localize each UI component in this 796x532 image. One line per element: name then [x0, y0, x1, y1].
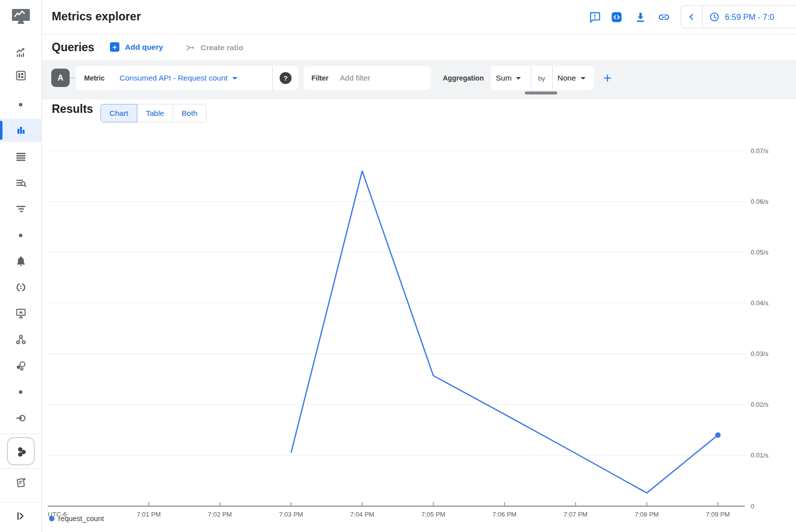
query-builder: A Metric Consumed API - Request count ? … [42, 61, 796, 99]
sidebar-item-services[interactable] [0, 328, 41, 351]
merge-arrow-icon [185, 42, 196, 53]
time-range-button[interactable]: 6:59 PM - 7:0 [702, 11, 774, 22]
sidebar-item-dashboards[interactable] [0, 64, 41, 87]
group-by-value: None [558, 74, 576, 83]
sidebar-item-logs[interactable] [0, 145, 41, 168]
download-icon[interactable] [634, 11, 647, 23]
integrations-arrow-ring-icon [15, 412, 27, 424]
time-range-picker: 6:59 PM - 7:0 [681, 5, 796, 28]
sidebar-item-logs-search[interactable] [0, 172, 41, 194]
y-axis-label: 0.03/s [751, 350, 769, 357]
aggregation-label: Aggregation [436, 66, 491, 90]
sidebar-expand-button[interactable] [0, 505, 41, 528]
alerting-bell-icon [15, 255, 27, 267]
metric-label: Metric [76, 74, 104, 82]
x-axis-tick-label: 7:01 PM [137, 511, 161, 518]
x-axis-tick-label: 7:04 PM [350, 511, 374, 518]
resize-drag-handle[interactable] [525, 91, 557, 94]
help-icon: ? [280, 72, 292, 84]
uptime-checks-icon [15, 281, 27, 293]
tab-both[interactable]: Both [173, 104, 206, 122]
metric-dropdown[interactable]: Consumed API - Request count [119, 74, 237, 83]
metrics-explorer-page: { "header": { "title": "Metrics explorer… [0, 0, 796, 532]
active-indicator-bar [0, 121, 2, 140]
sidebar [0, 0, 42, 532]
sidebar-dot-separator [19, 234, 22, 237]
dashboards-icon [15, 70, 27, 82]
sidebar-item-kubernetes[interactable] [7, 437, 35, 465]
sidebar-dot-separator [19, 390, 22, 394]
add-query-label: Add query [125, 43, 163, 52]
y-axis-label: 0.02/s [751, 401, 769, 408]
share-link-icon[interactable] [658, 11, 670, 23]
y-axis-label: 0.06/s [751, 198, 769, 205]
sidebar-section-divider [0, 468, 41, 469]
chevron-left-icon [687, 12, 696, 22]
logs-search-icon [15, 177, 27, 189]
legend-swatch [49, 516, 55, 522]
feedback-icon[interactable] [589, 11, 601, 23]
series-endpoint-dot [715, 433, 721, 438]
tab-chart[interactable]: Chart [100, 104, 137, 122]
sidebar-dot-separator [19, 103, 22, 106]
x-axis-tick-label: 7:05 PM [421, 511, 445, 518]
chart-svg: 0.07/s0.06/s0.05/s0.04/s0.03/s0.02/s0.01… [0, 124, 796, 532]
clock-icon [709, 11, 720, 22]
expand-nav-icon [15, 510, 27, 522]
results-view-toggle: Chart Table Both [100, 104, 206, 122]
time-range-back-button[interactable] [681, 6, 702, 28]
y-axis-label: 0.07/s [751, 147, 769, 155]
x-axis-tick-label: 7:02 PM [208, 511, 232, 518]
series-line [291, 171, 718, 493]
y-axis-label: 0.01/s [751, 451, 769, 459]
sidebar-item-metrics-explorer[interactable] [0, 119, 41, 142]
sidebar-section-divider [0, 502, 41, 503]
monitor-arrow-icon [15, 307, 27, 319]
by-label: by [531, 75, 552, 82]
y-axis-label: 0.04/s [751, 299, 769, 307]
x-axis-tick-label: 7:09 PM [706, 511, 730, 518]
services-topology-icon [15, 334, 27, 346]
sidebar-item-overview[interactable] [0, 41, 41, 64]
metrics-explorer-bars-icon [15, 124, 27, 136]
aggregation-dropdown[interactable]: Sum [496, 74, 521, 83]
connector-line [70, 78, 76, 79]
sidebar-item-dashboards-monitor[interactable] [0, 302, 41, 325]
sidebar-item-release-notes[interactable] [0, 471, 41, 494]
queries-bar: Queries + Add query Create ratio [42, 34, 796, 61]
sidebar-item-trace[interactable] [0, 197, 41, 220]
group-by-dropdown[interactable]: None [553, 74, 586, 83]
sidebar-item-groups[interactable] [0, 355, 41, 377]
filter-chip: Filter [303, 66, 431, 90]
queries-heading: Queries [52, 41, 95, 54]
y-axis-label: 0 [751, 503, 754, 510]
filter-input[interactable] [340, 74, 419, 83]
x-axis-tick-label: 7:06 PM [493, 511, 516, 518]
x-axis-tick-label: 7:03 PM [279, 511, 303, 518]
caret-down-icon [232, 77, 237, 80]
add-aggregation-button[interactable]: + [598, 66, 616, 90]
x-axis-tick-label: 7:08 PM [635, 511, 659, 518]
create-ratio-button[interactable]: Create ratio [185, 42, 243, 53]
trace-spans-icon [15, 203, 27, 215]
legend-label: request_count [58, 515, 104, 523]
groups-bubbles-icon [15, 360, 27, 372]
monitoring-logo[interactable] [0, 0, 41, 34]
monitoring-logo-icon [10, 6, 32, 27]
caret-down-icon [581, 77, 586, 80]
timeseries-chart[interactable]: 0.07/s0.06/s0.05/s0.04/s0.03/s0.02/s0.01… [0, 124, 796, 532]
caret-down-icon [516, 77, 521, 80]
sidebar-item-integrations[interactable] [0, 407, 41, 430]
page-title: Metrics explorer [52, 10, 141, 23]
aggregation-chip: Aggregation Sum by None [436, 66, 594, 90]
logs-list-icon [15, 151, 27, 163]
metric-help-button[interactable]: ? [273, 72, 298, 84]
add-query-button[interactable]: + Add query [110, 42, 163, 52]
code-editor-icon[interactable] [610, 11, 623, 23]
metric-value: Consumed API - Request count [119, 74, 227, 83]
query-letter-badge[interactable]: A [51, 69, 70, 87]
time-range-value: 6:59 PM - 7:0 [725, 12, 774, 22]
sidebar-item-alerting[interactable] [0, 250, 41, 272]
tab-table[interactable]: Table [137, 104, 173, 122]
sidebar-item-uptime-checks[interactable] [0, 276, 41, 299]
